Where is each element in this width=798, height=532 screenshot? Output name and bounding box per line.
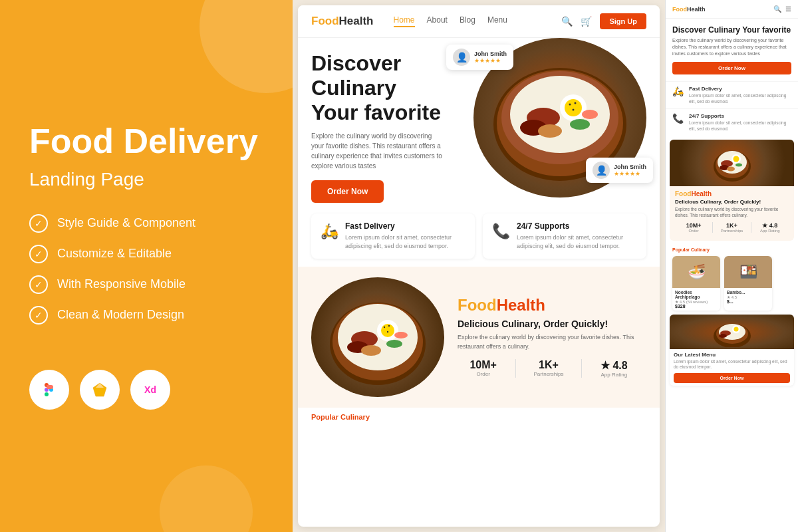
- svg-point-28: [361, 345, 381, 356]
- sketch-icon: [80, 370, 120, 410]
- about-content: FoodHealth Delicious Culinary, Order Qui…: [458, 296, 646, 378]
- svg-point-25: [381, 324, 394, 337]
- service-title: Fast Delivery: [345, 221, 466, 231]
- main-preview: FoodHealth Home About Blog Menu 🔍 🛒 Sign…: [293, 0, 665, 532]
- svg-point-30: [394, 332, 408, 338]
- mobile-brand-food: Food: [675, 190, 691, 198]
- mobile-logo-health: Health: [687, 6, 706, 13]
- mobile-order-button[interactable]: Order Now: [672, 62, 791, 74]
- services-section: 🛵 Fast Delivery Lorem ipsum dolor sit am…: [298, 205, 660, 266]
- mobile-stats: 10M+ Order 1K+ Partnerships ★ 4.8 App Ra…: [675, 222, 789, 233]
- service-card-delivery: 🛵 Fast Delivery Lorem ipsum dolor sit am…: [311, 213, 475, 258]
- nav-link-menu[interactable]: Menu: [487, 15, 507, 27]
- mobile-brand-health: Health: [691, 190, 712, 198]
- mobile-search-icon[interactable]: 🔍: [773, 5, 781, 13]
- cart-icon[interactable]: 🛒: [581, 16, 592, 27]
- mobile-latest-title: Our Latest Menu: [674, 352, 790, 358]
- about-subtitle: Delicious Culinary, Order Quickly!: [458, 319, 646, 329]
- mobile-logo: FoodHealth: [672, 6, 706, 13]
- stat-partnerships: 1K+ Partnerships: [516, 359, 581, 378]
- about-brand: FoodHealth: [458, 296, 646, 315]
- order-now-button[interactable]: Order Now: [311, 180, 384, 203]
- stat-orders: 10M+ Order: [458, 359, 516, 378]
- xd-icon: Xd: [130, 370, 170, 410]
- stat-value-2: 1K+: [523, 359, 574, 371]
- mobile-service-support: 📞 24/7 Supports Lorem ipsum dolor sit am…: [666, 108, 798, 136]
- svg-point-41: [727, 166, 735, 171]
- stats-row: 10M+ Order 1K+ Partnerships ★ 4.8 App Ra…: [458, 359, 646, 378]
- mobile-stat-orders: 10M+ Order: [675, 222, 713, 233]
- search-icon[interactable]: 🔍: [561, 16, 573, 27]
- popular-culinary-label: Popular Culinary: [298, 408, 660, 422]
- service-info-2: 24/7 Supports Lorem ipsum dolor sit amet…: [517, 221, 637, 250]
- about-food-image: [311, 277, 444, 397]
- mobile-stat-rating: ★ 4.8 App Rating: [751, 222, 789, 233]
- mobile-service-desc-2: Lorem ipsum dolor sit amet, consectetur …: [689, 120, 791, 132]
- review-info: John Smith ★★★★★: [474, 51, 507, 64]
- mobile-menu-icon[interactable]: ☰: [785, 5, 791, 13]
- feature-label: With Responsive Mobile: [57, 277, 186, 291]
- stat-rating: ★ 4.8 App Rating: [582, 359, 646, 378]
- mobile-about-content: FoodHealth Delicious Culinary, Order Qui…: [670, 186, 794, 241]
- right-area: FoodHealth Home About Blog Menu 🔍 🛒 Sign…: [293, 0, 798, 532]
- mobile-stat-label-2: Partnerships: [716, 229, 747, 233]
- mobile-delivery-icon: 🛵: [672, 86, 684, 96]
- left-panel: Food Delivery Landing Page ✓ Style Guide…: [0, 0, 293, 532]
- review-info-2: John Smith ★★★★★: [614, 164, 646, 177]
- feature-label: Style Guide & Component: [57, 216, 196, 230]
- mobile-about-desc: Explore the culinary world by discoverin…: [675, 207, 789, 218]
- service-title-2: 24/7 Supports: [517, 221, 637, 231]
- about-section: FoodHealth Delicious Culinary, Order Qui…: [298, 267, 660, 408]
- logo-part1: Food: [311, 15, 339, 27]
- reviewer-name: John Smith: [474, 51, 507, 57]
- svg-point-38: [733, 156, 739, 162]
- mobile-menu-price-2: $...: [727, 299, 769, 304]
- mobile-food-section: FoodHealth Delicious Culinary, Order Qui…: [670, 140, 794, 241]
- feature-item: ✓ Style Guide & Component: [29, 214, 263, 233]
- mobile-service-desc: Lorem ipsum dolor sit amet, consectetur …: [689, 93, 791, 104]
- nav-link-blog[interactable]: Blog: [460, 15, 475, 27]
- svg-point-2: [45, 392, 49, 396]
- nav-link-home[interactable]: Home: [394, 15, 415, 27]
- mobile-stat-value-3: ★ 4.8: [754, 222, 786, 229]
- svg-point-31: [384, 326, 385, 327]
- feature-label: Clean & Modern Design: [57, 308, 184, 322]
- mobile-brand: FoodHealth: [675, 190, 789, 198]
- nav-links: Home About Blog Menu: [394, 15, 562, 27]
- mobile-popular-label: Popular Culinary: [666, 245, 798, 253]
- svg-point-42: [735, 163, 742, 166]
- main-title: Food Delivery: [29, 122, 263, 160]
- reviewer-avatar-2: 👤: [593, 162, 610, 179]
- mobile-service-title-2: 24/7 Supports: [689, 113, 791, 119]
- nav-link-about[interactable]: About: [427, 15, 448, 27]
- check-icon: ✓: [29, 245, 48, 263]
- service-desc-2: Lorem ipsum dolor sit amet, consectetur …: [517, 233, 637, 250]
- mobile-latest-button[interactable]: Order Now: [674, 373, 790, 383]
- service-card-support: 📞 24/7 Supports Lorem ipsum dolor sit am…: [483, 213, 646, 258]
- svg-point-49: [719, 334, 727, 338]
- hero-section: Discover Culinary Your favorite Explore …: [298, 38, 660, 203]
- mobile-menu-info-2: Bambo... ★ 4.5 $...: [724, 288, 772, 306]
- about-desc: Explore the culinary world by discoverin…: [458, 333, 646, 351]
- mobile-food-image: [670, 140, 794, 186]
- stat-value-3: ★ 4.8: [589, 359, 640, 372]
- support-icon: 📞: [492, 223, 510, 240]
- mobile-hero-desc: Explore the culinary world by discoverin…: [672, 37, 791, 57]
- feature-item: ✓ Customize & Editable: [29, 245, 263, 263]
- mobile-nav-icons: 🔍 ☰: [773, 5, 791, 13]
- review-card-top: 👤 John Smith ★★★★★: [446, 45, 513, 70]
- mobile-preview: FoodHealth 🔍 ☰ Discover Culinary Your fa…: [665, 0, 798, 532]
- signup-button[interactable]: Sign Up: [600, 13, 646, 29]
- service-info: Fast Delivery Lorem ipsum dolor sit amet…: [345, 221, 466, 250]
- review-card-bottom: 👤 John Smith ★★★★★: [586, 158, 653, 183]
- nav-bar: FoodHealth Home About Blog Menu 🔍 🛒 Sign…: [298, 5, 660, 38]
- mobile-about-subtitle: Delicious Culinary, Order Quickly!: [675, 199, 789, 205]
- feature-item: ✓ With Responsive Mobile: [29, 275, 263, 294]
- mobile-menu-image-2: 🍱: [724, 256, 772, 288]
- mobile-latest-desc: Lorem ipsum dolor sit amet, consectetur …: [674, 359, 790, 370]
- website-mockup: FoodHealth Home About Blog Menu 🔍 🛒 Sign…: [298, 5, 660, 527]
- mobile-latest-section: Our Latest Menu Lorem ipsum dolor sit am…: [670, 315, 794, 386]
- stat-label-3: App Rating: [589, 372, 640, 378]
- mobile-service-info: Fast Delivery Lorem ipsum dolor sit amet…: [689, 86, 791, 104]
- mobile-menu-card-2: 🍱 Bambo... ★ 4.5 $...: [724, 256, 772, 311]
